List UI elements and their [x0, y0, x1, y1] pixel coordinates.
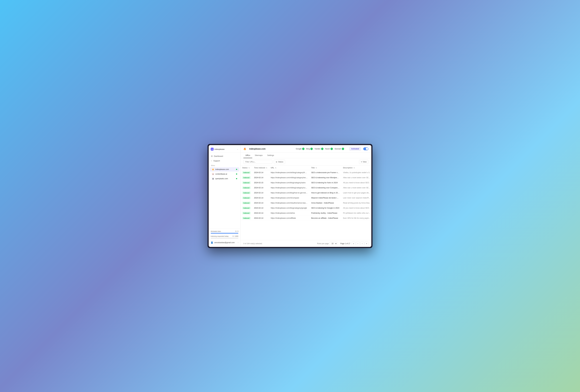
sort-icon-url: ⇅: [275, 167, 276, 169]
sidebar-item-indexplease[interactable]: 🔥 indexplease.com: [210, 167, 239, 172]
engine-naver-check: ✓: [330, 148, 333, 150]
main-content: 🔥 indexplease.com Google ✓ Bing ✓ Yandex…: [241, 145, 371, 247]
cell-desc-3: Alles wat u moet weten over SEO & indexe…: [341, 185, 371, 190]
cell-time-3: 2024-02-14: [252, 185, 269, 190]
status-badge-8: Indexed: [242, 212, 251, 214]
cell-time-6: 2024-02-14: [252, 200, 269, 206]
cell-desc-0: Všetko, čo potrebujete vedief o SEO a in…: [341, 170, 371, 175]
cell-status-7: Indexed: [241, 206, 252, 211]
cell-status-9: Indexed: [241, 216, 252, 221]
view-button[interactable]: ≡ View: [359, 160, 368, 164]
col-header-time[interactable]: Time indexed ⇅: [252, 166, 269, 170]
sort-icon-title: ⇅: [316, 167, 317, 169]
indexing-progress-bg: [211, 238, 238, 239]
col-header-description[interactable]: Description ⇅: [341, 166, 371, 170]
table-row[interactable]: Indexed 2024-02-14 https://indexplease.c…: [241, 185, 371, 190]
pagination-next-button[interactable]: ›: [360, 242, 364, 246]
sidebar: in indexplease ⌄ ⊞ Dashboard ○ Support S…: [209, 145, 241, 247]
engine-seznam-label: Seznam: [335, 148, 341, 150]
cell-status-4: Indexed: [241, 190, 252, 195]
engine-google-label: Google: [296, 148, 301, 150]
activated-sites-label-row: Activated sites 3 / 3: [211, 230, 238, 232]
activated-sites-label: Activated sites: [211, 230, 221, 232]
sidebar-item-support[interactable]: ○ Support: [210, 158, 239, 163]
engine-google: Google ✓: [296, 148, 304, 150]
indexing-value: 0 / 1000: [233, 235, 238, 237]
table-row[interactable]: Indexed 2024-02-14 https://indexplease.c…: [241, 195, 371, 200]
filter-input[interactable]: [243, 160, 272, 164]
engine-google-check: ✓: [302, 148, 304, 150]
pagination-prev-button[interactable]: ‹: [356, 242, 360, 246]
table-row[interactable]: Indexed 2024-02-14 https://indexplease.c…: [241, 190, 371, 195]
cell-time-7: 2024-02-14: [252, 206, 269, 211]
cell-title-2: SEO & indexing for Astro in 2024: [309, 180, 341, 185]
cell-title-0: SEO a indexovanie pre Framer v roku 2024: [309, 170, 341, 175]
sidebar-item-dashboard[interactable]: ⊞ Dashboard: [210, 154, 239, 158]
sites-section-label: Sites: [209, 163, 240, 167]
rows-per-page-control: Rows per page 10 25 50: [317, 242, 337, 245]
status-badge-7: Indexed: [242, 207, 251, 209]
cell-desc-4: Learn how to get your pages discovered, …: [341, 190, 371, 195]
col-header-url[interactable]: URL ⇅: [269, 166, 309, 170]
favicon-querytastic: ◉: [212, 177, 214, 180]
cell-url-0: https://indexplease.com/sk/blog/category…: [269, 170, 309, 175]
table-row[interactable]: Indexed 2024-02-15 https://indexplease.c…: [241, 180, 371, 185]
sidebar-item-contentbase[interactable]: ◎ contentbase.ai: [210, 172, 239, 176]
selection-info: 0 of 164 row(s) selected.: [243, 243, 262, 245]
pagination-first-button[interactable]: «: [352, 242, 355, 246]
status-filter-button[interactable]: ⊕ Status: [274, 160, 285, 164]
activated-badge: Activated: [349, 147, 361, 150]
table-row[interactable]: Indexed 2024-02-14 https://indexplease.c…: [241, 200, 371, 206]
cell-title-3: SEO & indexering voor Compare in 2024: [309, 185, 341, 190]
cell-time-9: 2024-02-14: [252, 216, 269, 221]
search-engines: Google ✓ Bing ✓ Yandex ✓ Naver ✓: [296, 148, 344, 150]
dashboard-icon: ⊞: [211, 155, 213, 157]
rows-per-page-select[interactable]: 10 25 50: [330, 242, 337, 245]
sidebar-item-querytastic[interactable]: ◉ querytastic.com: [210, 176, 239, 181]
status-badge-6: Indexed: [242, 202, 251, 204]
user-chevron-icon: ›: [238, 242, 238, 244]
table-row[interactable]: Indexed 2024-02-14 https://indexplease.c…: [241, 211, 371, 216]
table-row[interactable]: Indexed 2024-02-14 https://indexplease.c…: [241, 216, 371, 221]
user-email: amosbastian@gmail.com: [214, 242, 235, 244]
tab-settings[interactable]: Settings: [265, 153, 276, 158]
data-table: Status ⇅ Time indexed ⇅ URL ⇅: [241, 166, 371, 221]
table-row[interactable]: Indexed 2024-02-14 https://indexplease.c…: [241, 175, 371, 180]
status-badge-2: Indexed: [242, 181, 251, 184]
user-profile[interactable]: 👤 amosbastian@gmail.com ›: [211, 240, 238, 244]
sort-icon-time: ⇅: [266, 167, 267, 169]
col-header-status[interactable]: Status ⇅: [241, 166, 252, 170]
table-row[interactable]: Indexed 2024-02-14 https://indexplease.c…: [241, 206, 371, 211]
col-header-title[interactable]: Title ⇅: [309, 166, 341, 170]
site-status-dot-indexplease: [236, 169, 237, 170]
activation-toggle[interactable]: [363, 147, 368, 150]
status-badge-1: Indexed: [242, 176, 251, 179]
table-row[interactable]: Indexed 2024-02-14 https://indexplease.c…: [241, 170, 371, 175]
view-icon: ≡: [361, 161, 362, 163]
toggle-knob: [366, 148, 368, 150]
user-icon: 👤: [211, 242, 213, 244]
app-window: in indexplease ⌄ ⊞ Dashboard ○ Support S…: [207, 144, 373, 248]
workspace-selector[interactable]: in indexplease ⌄: [209, 147, 240, 153]
sidebar-nav: ⊞ Dashboard ○ Support: [209, 154, 240, 163]
tab-sitemaps[interactable]: Sitemaps: [253, 153, 265, 158]
status-badge-9: Indexed: [242, 217, 251, 219]
pagination-last-button[interactable]: »: [365, 242, 368, 246]
table-header-row: Status ⇅ Time indexed ⇅ URL ⇅: [241, 166, 371, 170]
cell-time-2: 2024-02-15: [252, 180, 269, 185]
cell-title-4: How to get indexed on Bing in 2024: [309, 190, 341, 195]
workspace-chevron-icon: ⌄: [237, 148, 238, 150]
status-badge-3: Indexed: [242, 186, 251, 189]
pagination-controls: Page 1 of 17 « ‹ › »: [339, 242, 368, 246]
engine-yandex-label: Yandex: [314, 148, 320, 150]
engine-yandex: Yandex ✓: [314, 148, 323, 150]
tab-urls[interactable]: URLs: [243, 153, 252, 158]
site-status-dot-querytastic: [236, 178, 237, 179]
site-status-dot-contentbase: [236, 173, 237, 175]
cell-status-2: Indexed: [241, 180, 252, 185]
main-header: 🔥 indexplease.com Google ✓ Bing ✓ Yandex…: [241, 145, 371, 153]
cell-status-5: Indexed: [241, 195, 252, 200]
cell-status-8: Indexed: [241, 211, 252, 216]
support-icon: ○: [211, 159, 212, 162]
cell-title-5: Waarom IndexPlease de beste indexeringst…: [309, 195, 341, 200]
